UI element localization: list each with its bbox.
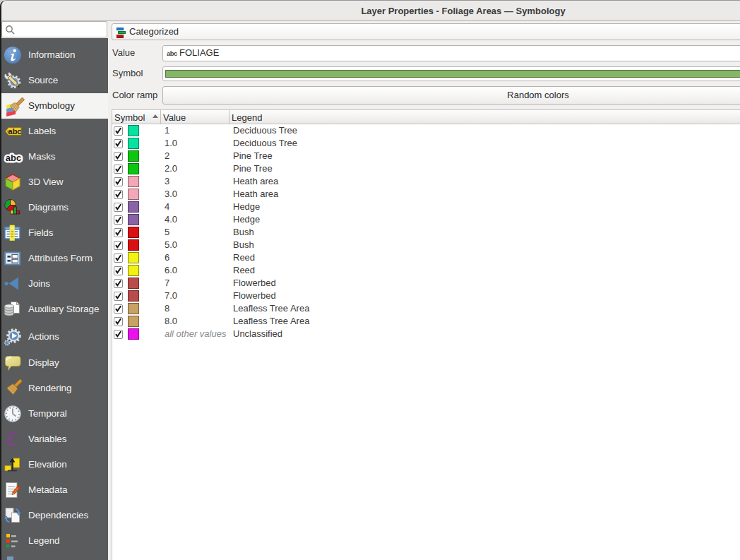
- svg-text:abc: abc: [6, 153, 21, 163]
- svg-text:abc: abc: [8, 127, 22, 136]
